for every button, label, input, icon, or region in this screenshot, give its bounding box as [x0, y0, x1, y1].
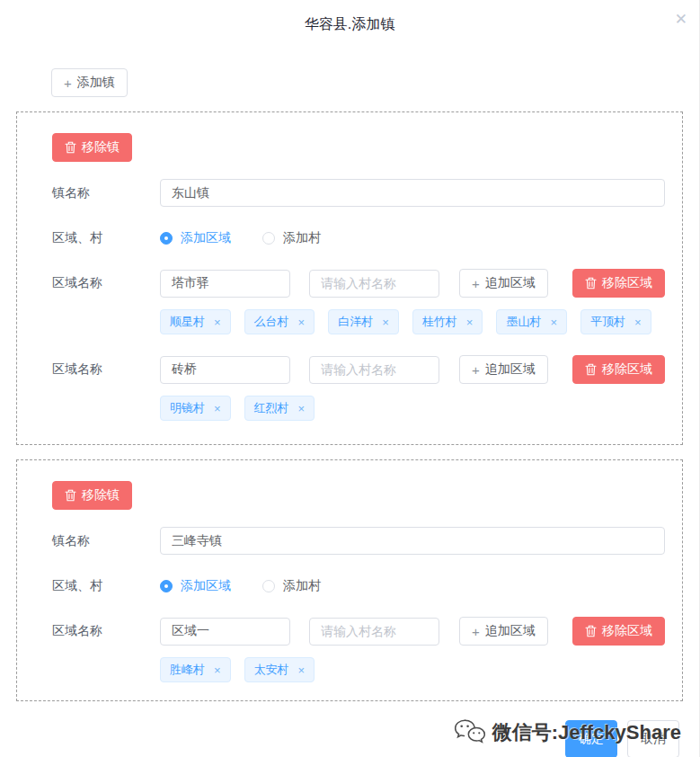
- tag-close-icon[interactable]: ×: [214, 403, 221, 414]
- plus-icon: +: [472, 362, 480, 378]
- remove-area-button[interactable]: 移除区域: [572, 269, 665, 298]
- village-tag-label: 胜峰村: [170, 662, 205, 678]
- tag-close-icon[interactable]: ×: [466, 316, 474, 328]
- village-name-input[interactable]: [309, 270, 439, 298]
- village-tag-label: 明镜村: [170, 400, 205, 416]
- village-tag: 胜峰村×: [160, 657, 231, 682]
- town-name-label: 镇名称: [52, 533, 160, 549]
- tag-close-icon[interactable]: ×: [634, 316, 642, 328]
- remove-area-button-label: 移除区域: [602, 623, 652, 639]
- append-area-button-label: 追加区域: [485, 623, 536, 639]
- trash-icon: [65, 489, 76, 502]
- trash-icon: [65, 141, 76, 154]
- area-name-label: 区域名称: [52, 275, 160, 291]
- village-tag-label: 平顶村: [590, 314, 625, 330]
- append-area-button-label: 追加区域: [485, 361, 536, 378]
- add-town-button[interactable]: + 添加镇: [51, 68, 128, 97]
- remove-town-button[interactable]: 移除镇: [52, 481, 132, 510]
- append-area-button[interactable]: + 追加区域: [459, 355, 548, 384]
- add-town-button-label: 添加镇: [77, 75, 115, 91]
- radio-add-village-label: 添加村: [283, 230, 321, 246]
- village-name-input[interactable]: [309, 356, 439, 384]
- village-tag: 墨山村×: [496, 309, 567, 334]
- area-village-label: 区域、村: [52, 230, 160, 246]
- town-name-input[interactable]: [160, 179, 665, 207]
- village-tag-label: 桂竹村: [422, 314, 457, 330]
- radio-dot-icon: [160, 580, 173, 592]
- append-area-button-label: 追加区域: [485, 275, 536, 291]
- town-section: 移除镇 镇名称 区域、村 添加区域 添加村 区域名称 + 追加区域: [16, 111, 683, 445]
- village-tags-row: 胜峰村× 太安村×: [52, 657, 665, 682]
- radio-dot-icon: [262, 232, 275, 245]
- append-area-button[interactable]: + 追加区域: [459, 617, 548, 646]
- append-area-button[interactable]: + 追加区域: [459, 269, 548, 298]
- radio-dot-icon: [160, 232, 173, 245]
- radio-add-area-label: 添加区域: [181, 578, 231, 594]
- trash-icon: [585, 277, 597, 289]
- confirm-button-label: 确定: [579, 731, 604, 747]
- radio-add-area[interactable]: 添加区域: [160, 230, 231, 246]
- village-tag-label: 太安村: [254, 662, 289, 678]
- area-village-label: 区域、村: [52, 578, 160, 594]
- village-tags-row: 明镜村× 红烈村×: [52, 396, 665, 421]
- radio-add-village[interactable]: 添加村: [262, 230, 321, 246]
- tag-close-icon[interactable]: ×: [550, 316, 557, 328]
- trash-icon: [585, 625, 597, 637]
- tag-close-icon[interactable]: ×: [214, 316, 221, 328]
- remove-area-button[interactable]: 移除区域: [572, 617, 665, 646]
- tag-close-icon[interactable]: ×: [382, 316, 389, 328]
- village-tags-row: 顺星村× 么台村× 白洋村× 桂竹村× 墨山村× 平顶村×: [52, 309, 665, 334]
- radio-dot-icon: [262, 580, 275, 592]
- remove-area-button-label: 移除区域: [602, 361, 652, 378]
- radio-add-area-label: 添加区域: [181, 230, 231, 246]
- village-tag: 太安村×: [244, 657, 315, 682]
- village-tag: 白洋村×: [328, 309, 399, 334]
- village-tag-label: 墨山村: [506, 314, 541, 330]
- village-tag: 桂竹村×: [412, 309, 483, 334]
- confirm-button[interactable]: 确定: [565, 720, 617, 757]
- plus-icon: +: [472, 276, 480, 291]
- remove-area-button[interactable]: 移除区域: [572, 355, 665, 384]
- remove-area-button-label: 移除区域: [602, 275, 652, 291]
- town-name-label: 镇名称: [52, 185, 160, 201]
- village-tag-label: 顺星村: [170, 314, 205, 330]
- area-name-input[interactable]: [160, 618, 290, 646]
- village-tag: 平顶村×: [580, 309, 651, 334]
- tag-close-icon[interactable]: ×: [298, 316, 306, 328]
- village-tag-label: 么台村: [254, 314, 289, 330]
- cancel-button[interactable]: 取消: [627, 720, 679, 757]
- village-tag-label: 红烈村: [254, 400, 289, 416]
- cancel-button-label: 取消: [641, 731, 666, 747]
- village-tag: 么台村×: [244, 309, 315, 334]
- village-tag: 明镜村×: [160, 396, 231, 421]
- area-name-label: 区域名称: [52, 623, 160, 639]
- area-name-input[interactable]: [160, 356, 290, 384]
- tag-close-icon[interactable]: ×: [214, 664, 221, 676]
- town-name-input[interactable]: [160, 527, 665, 555]
- tag-close-icon[interactable]: ×: [298, 664, 306, 676]
- remove-town-button-label: 移除镇: [82, 139, 120, 156]
- plus-icon: +: [64, 76, 72, 91]
- area-name-label: 区域名称: [52, 361, 160, 378]
- wechat-icon: [453, 717, 486, 747]
- remove-town-button-label: 移除镇: [82, 487, 120, 503]
- area-name-input[interactable]: [160, 270, 290, 298]
- radio-add-village[interactable]: 添加村: [262, 578, 321, 594]
- close-icon[interactable]: ✕: [675, 12, 687, 27]
- town-section: 移除镇 镇名称 区域、村 添加区域 添加村 区域名称 + 追加区域: [16, 459, 683, 701]
- village-tag-label: 白洋村: [338, 314, 373, 330]
- radio-add-village-label: 添加村: [283, 578, 321, 594]
- plus-icon: +: [472, 624, 480, 639]
- dialog-footer: 确定 取消 微信号:JeffckyShare: [0, 701, 699, 757]
- add-town-dialog: 华容县.添加镇 ✕ + 添加镇 移除镇 镇名称 区域、村 添加区域 添加村: [0, 0, 700, 757]
- radio-add-area[interactable]: 添加区域: [160, 578, 231, 594]
- village-tag: 顺星村×: [160, 309, 231, 334]
- dialog-title: 华容县.添加镇: [0, 0, 699, 34]
- village-name-input[interactable]: [309, 618, 439, 646]
- trash-icon: [585, 363, 597, 376]
- village-tag: 红烈村×: [244, 396, 315, 421]
- remove-town-button[interactable]: 移除镇: [52, 133, 132, 162]
- tag-close-icon[interactable]: ×: [298, 403, 306, 414]
